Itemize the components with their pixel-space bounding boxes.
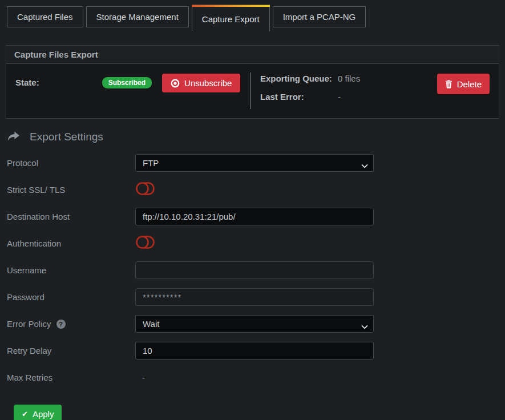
error-policy-select[interactable]: Wait <box>135 315 374 333</box>
tab-import-pcapng[interactable]: Import a PCAP-NG <box>273 6 366 27</box>
share-arrow-icon <box>7 131 20 143</box>
password-label: Password <box>7 292 135 302</box>
protocol-label: Protocol <box>7 158 135 168</box>
status-badge: Subscribed <box>102 77 152 88</box>
apply-button[interactable]: ✔ Apply <box>14 405 62 420</box>
queue-info-rows: Exporting Queue: 0 files Last Error: - <box>260 74 437 110</box>
state-label: State: <box>15 78 39 87</box>
panel-state-section: State: Subscribed Unsubscribe <box>15 71 251 110</box>
record-circle-icon <box>171 79 180 88</box>
strict-ssl-toggle[interactable] <box>135 181 155 196</box>
delete-button-label: Delete <box>457 79 482 89</box>
tab-capture-export-label: Capture Export <box>202 14 260 24</box>
protocol-row: Protocol FTP <box>7 154 505 172</box>
unsubscribe-button[interactable]: Unsubscribe <box>162 74 240 92</box>
section-title: Export Settings <box>30 131 103 143</box>
question-circle-icon[interactable]: ? <box>56 320 66 329</box>
username-input[interactable] <box>135 261 374 279</box>
retry-delay-row: Retry Delay <box>7 342 505 360</box>
error-policy-label: Error Policy <box>7 319 51 329</box>
password-input[interactable] <box>135 288 374 306</box>
authentication-row: Authentication <box>7 235 505 252</box>
authentication-toggle[interactable] <box>135 235 155 250</box>
exporting-queue-row: Exporting Queue: 0 files <box>260 74 437 83</box>
destination-host-row: Destination Host <box>7 208 505 225</box>
delete-button[interactable]: Delete <box>437 74 490 94</box>
authentication-label: Authentication <box>7 239 135 248</box>
max-retries-row: Max Retries - <box>7 369 505 386</box>
error-policy-row: Error Policy ? Wait <box>7 315 505 333</box>
destination-host-input[interactable] <box>135 208 374 225</box>
exporting-queue-label: Exporting Queue: <box>260 74 338 83</box>
last-error-label: Last Error: <box>260 92 338 102</box>
exporting-queue-value: 0 files <box>338 74 360 83</box>
check-icon: ✔ <box>22 410 28 418</box>
tab-capture-export[interactable]: Capture Export <box>192 5 270 31</box>
protocol-select[interactable]: FTP <box>135 154 374 172</box>
password-row: Password <box>7 288 505 306</box>
tab-bar: Captured Files Storage Management Captur… <box>0 0 505 31</box>
strict-ssl-row: Strict SSL/ TLS <box>7 181 505 199</box>
panel-body: State: Subscribed Unsubscribe Exporting … <box>6 64 499 118</box>
panel-title: Capture Files Export <box>6 46 499 64</box>
tab-captured-files[interactable]: Captured Files <box>7 6 83 27</box>
export-settings-heading: Export Settings <box>7 131 505 143</box>
last-error-value: - <box>338 92 341 102</box>
panel-queue-section: Exporting Queue: 0 files Last Error: - D… <box>251 71 490 110</box>
capture-files-export-panel: Capture Files Export State: Subscribed U… <box>6 45 499 119</box>
username-row: Username <box>7 261 505 279</box>
destination-host-label: Destination Host <box>7 212 135 221</box>
export-settings-form: Protocol FTP Strict SSL/ TLS Destination… <box>0 154 505 420</box>
last-error-row: Last Error: - <box>260 92 437 102</box>
tab-storage-management[interactable]: Storage Management <box>86 6 189 27</box>
apply-button-label: Apply <box>33 409 54 419</box>
max-retries-label: Max Retries <box>7 373 135 382</box>
username-label: Username <box>7 265 135 275</box>
retry-delay-label: Retry Delay <box>7 346 135 356</box>
apply-row: ✔ Apply <box>14 405 505 420</box>
retry-delay-input[interactable] <box>135 342 374 360</box>
trash-icon <box>445 80 453 88</box>
strict-ssl-label: Strict SSL/ TLS <box>7 185 135 195</box>
max-retries-value: - <box>135 373 145 382</box>
unsubscribe-button-label: Unsubscribe <box>184 78 232 88</box>
active-tab-accent-bar <box>192 5 270 7</box>
